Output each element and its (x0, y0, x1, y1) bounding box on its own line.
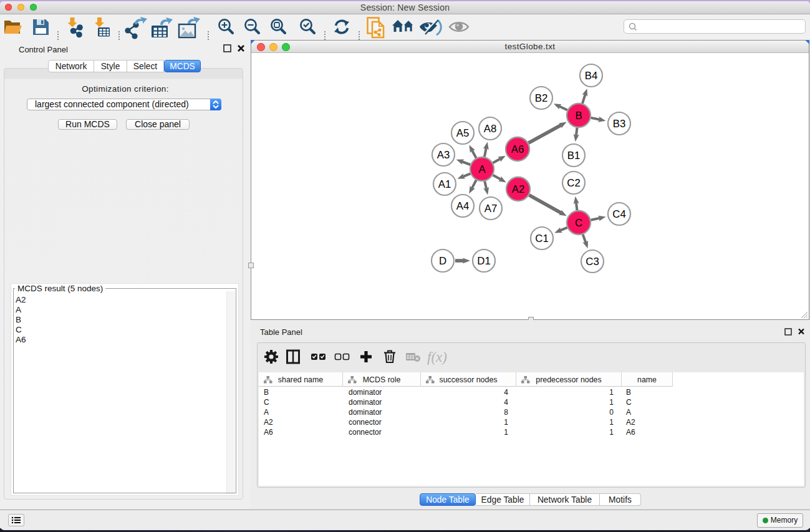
svg-text:B2: B2 (535, 92, 548, 104)
svg-text:A: A (478, 163, 486, 175)
svg-text:C4: C4 (612, 208, 625, 220)
svg-text:A1: A1 (438, 178, 451, 190)
svg-text:A2: A2 (512, 183, 525, 195)
svg-text:C2: C2 (567, 177, 580, 189)
svg-text:B4: B4 (585, 70, 598, 82)
svg-text:f(x): f(x) (427, 349, 447, 365)
svg-text:C1: C1 (535, 233, 548, 244)
svg-text:C: C (575, 217, 582, 229)
svg-text:B3: B3 (613, 118, 626, 130)
svg-text:B: B (575, 110, 582, 122)
svg-text:A6: A6 (511, 143, 524, 155)
svg-text:C3: C3 (586, 256, 599, 268)
svg-text:A7: A7 (485, 203, 498, 215)
svg-text:A3: A3 (437, 149, 450, 161)
svg-text:A4: A4 (456, 200, 470, 212)
svg-text:D: D (439, 255, 446, 267)
svg-text:B1: B1 (567, 150, 581, 162)
svg-text:D1: D1 (477, 255, 490, 267)
svg-text:A5: A5 (456, 127, 470, 139)
svg-text:A8: A8 (484, 123, 497, 135)
